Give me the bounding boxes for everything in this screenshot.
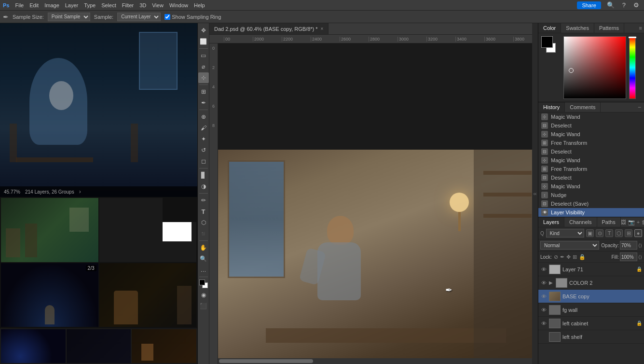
- layer-left-cabinet-visibility[interactable]: 👁: [540, 320, 547, 327]
- menu-layer[interactable]: Layer: [65, 2, 79, 8]
- color-panel-menu[interactable]: ≡: [639, 25, 642, 31]
- fill-arrows[interactable]: ⟨⟩: [638, 254, 642, 260]
- horizontal-scrollbar[interactable]: [218, 358, 532, 364]
- file-tab[interactable]: Dad 2.psd @ 60.4% (BASE copy, RGB/8*) * …: [209, 23, 329, 34]
- color-tab-swatches[interactable]: Swatches: [561, 23, 594, 33]
- lock-position-icon[interactable]: ✥: [566, 254, 571, 260]
- filter-adjust-icon[interactable]: ⊙: [596, 229, 603, 237]
- bottom-thumb-1[interactable]: [1, 329, 66, 363]
- layer-base-copy-visibility[interactable]: 👁: [540, 293, 547, 300]
- layer-left-shelf-visibility[interactable]: 👁: [540, 334, 547, 340]
- layers-kind-select[interactable]: Kind: [546, 229, 584, 238]
- menu-window[interactable]: Window: [169, 2, 188, 8]
- menu-3d[interactable]: 3D: [139, 2, 146, 8]
- filter-toggle[interactable]: ●: [634, 229, 642, 237]
- tool-move[interactable]: ✥: [198, 25, 209, 36]
- menu-ps[interactable]: Ps: [3, 2, 9, 8]
- tool-path-select[interactable]: ⬡: [198, 217, 209, 228]
- history-item-3[interactable]: ⊹ Magic Wand: [538, 130, 644, 139]
- lock-all-icon[interactable]: 🔒: [579, 254, 586, 260]
- menu-image[interactable]: Image: [44, 2, 59, 8]
- opacity-arrows[interactable]: ⟨⟩: [638, 243, 642, 248]
- tool-hand[interactable]: ✋: [198, 242, 209, 253]
- layers-delete-icon[interactable]: 🗑: [642, 219, 644, 225]
- tool-quick-mask[interactable]: ◉: [198, 290, 209, 300]
- color-gradient-picker[interactable]: [563, 36, 626, 99]
- history-collapse-button[interactable]: −: [638, 104, 644, 111]
- menu-edit[interactable]: Edit: [29, 2, 39, 8]
- fill-input[interactable]: [620, 252, 637, 261]
- layer-item-left-shelf[interactable]: 👁 left shelf: [538, 330, 644, 344]
- tool-screen-mode[interactable]: ⬛: [198, 301, 209, 311]
- thumb-cell-4[interactable]: [99, 263, 197, 327]
- history-item-2[interactable]: ⊟ Deselect: [538, 121, 644, 130]
- layers-tab-channels[interactable]: Channels: [564, 217, 597, 227]
- menu-file[interactable]: File: [15, 2, 24, 8]
- sample-size-select[interactable]: Point Sample: [48, 13, 90, 21]
- tool-magic-wand[interactable]: ⊹: [198, 72, 209, 83]
- layer-color2-arrow[interactable]: ▶: [549, 280, 554, 285]
- tool-extra[interactable]: …: [198, 265, 209, 275]
- layers-tab-paths[interactable]: Paths: [597, 217, 621, 227]
- color-tab-patterns[interactable]: Patterns: [594, 23, 624, 33]
- tool-crop[interactable]: ⊞: [198, 86, 209, 97]
- history-item-9[interactable]: ⊹ Magic Wand: [538, 182, 644, 191]
- layers-tab-layers[interactable]: Layers: [538, 217, 564, 227]
- show-ring-checkbox[interactable]: [164, 14, 170, 20]
- hue-slider[interactable]: [629, 36, 636, 99]
- blend-mode-select[interactable]: Normal: [540, 241, 599, 250]
- layers-add-icon[interactable]: +: [637, 219, 640, 225]
- tool-brush[interactable]: 🖌: [198, 123, 209, 133]
- layers-camera-icon[interactable]: 📷: [628, 219, 635, 225]
- menu-view[interactable]: View: [152, 2, 164, 8]
- thumb-cell-2[interactable]: [99, 198, 197, 262]
- help-icon[interactable]: ?: [620, 1, 628, 9]
- layer-71-visibility[interactable]: 👁: [540, 266, 547, 273]
- close-tab-button[interactable]: ×: [321, 26, 324, 31]
- lock-artboard-icon[interactable]: ⊞: [573, 254, 577, 260]
- lock-transparent-icon[interactable]: ⊘: [554, 254, 558, 260]
- nav-arrow[interactable]: ›: [79, 188, 81, 195]
- history-item-10[interactable]: ↕ Nudge: [538, 191, 644, 199]
- menu-filter[interactable]: Filter: [122, 2, 134, 8]
- bottom-thumb-3[interactable]: [132, 329, 196, 363]
- layer-item-left-cabinet[interactable]: 👁 left cabinet 🔒: [538, 317, 644, 330]
- history-tab-comments[interactable]: Comments: [565, 102, 601, 112]
- tool-shapes[interactable]: ◾: [198, 228, 209, 239]
- tool-artboard[interactable]: ⬜: [198, 36, 209, 47]
- filter-smart-icon[interactable]: ⊞: [625, 229, 632, 237]
- thumb-cell-1[interactable]: [1, 198, 98, 262]
- menu-type[interactable]: Type: [84, 2, 96, 8]
- tool-eyedropper[interactable]: ✒: [198, 98, 209, 108]
- history-item-8[interactable]: ⊟ Deselect: [538, 173, 644, 182]
- menu-select[interactable]: Select: [101, 2, 116, 8]
- canvas-content[interactable]: ✒: [218, 43, 538, 364]
- history-item-4[interactable]: ⊞ Free Transform: [538, 139, 644, 147]
- filter-pixel-icon[interactable]: ▣: [586, 229, 594, 237]
- layer-item-71[interactable]: 👁 Layer 71 🔒: [538, 263, 644, 276]
- layers-create-icon[interactable]: 🖼: [621, 219, 626, 225]
- tool-gradient[interactable]: ▊: [198, 170, 209, 181]
- layer-item-fg-wall[interactable]: 👁 fg wall: [538, 303, 644, 317]
- thumb-cell-3[interactable]: 2/3: [1, 263, 98, 327]
- layer-item-base-copy[interactable]: 👁 BASE copy: [538, 290, 644, 303]
- menu-help[interactable]: Help: [194, 2, 205, 8]
- panel-collapse-strip[interactable]: ‹‹: [532, 23, 538, 364]
- opacity-input[interactable]: [620, 241, 637, 250]
- settings-icon[interactable]: ⚙: [631, 1, 641, 9]
- history-tab-history[interactable]: History: [538, 102, 565, 112]
- history-item-7[interactable]: ⊞ Free Transform: [538, 165, 644, 173]
- layer-color2-visibility[interactable]: 👁: [540, 280, 547, 286]
- history-item-1[interactable]: ⊹ Magic Wand: [538, 112, 644, 121]
- tool-lasso[interactable]: ⌀: [198, 61, 209, 72]
- layer-fg-wall-visibility[interactable]: 👁: [540, 307, 547, 313]
- sample-select[interactable]: Current Layer: [117, 13, 161, 21]
- fg-bg-colors[interactable]: [198, 279, 209, 289]
- tool-dodge[interactable]: ◑: [198, 181, 209, 192]
- tool-marquee[interactable]: ▭: [198, 50, 209, 61]
- filter-shape-icon[interactable]: ⬡: [615, 229, 623, 237]
- history-item-12[interactable]: 👁 Layer Visibility: [538, 208, 644, 217]
- show-ring-label[interactable]: Show Sampling Ring: [164, 14, 221, 20]
- tool-history-brush[interactable]: ↺: [198, 145, 209, 155]
- history-item-6[interactable]: ⊹ Magic Wand: [538, 156, 644, 165]
